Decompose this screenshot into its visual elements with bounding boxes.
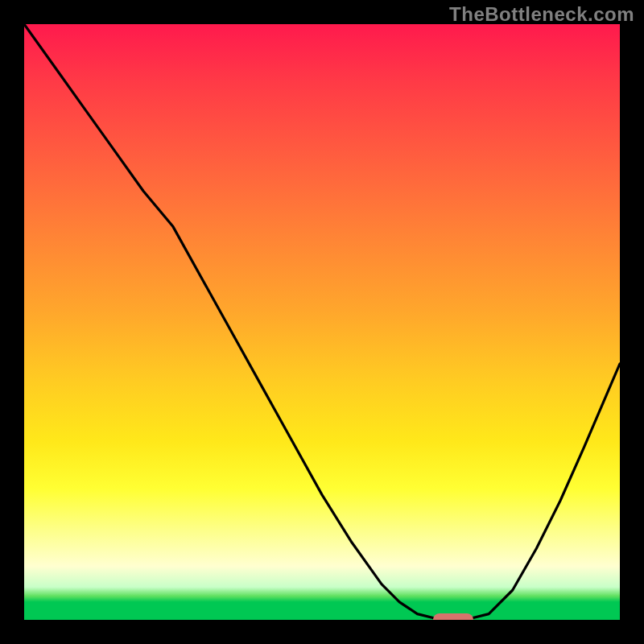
plot-area	[24, 24, 620, 620]
minimum-marker	[433, 613, 473, 620]
watermark-text: TheBottleneck.com	[449, 3, 634, 26]
chart-container: TheBottleneck.com	[0, 0, 644, 644]
bottleneck-curve	[24, 24, 620, 620]
